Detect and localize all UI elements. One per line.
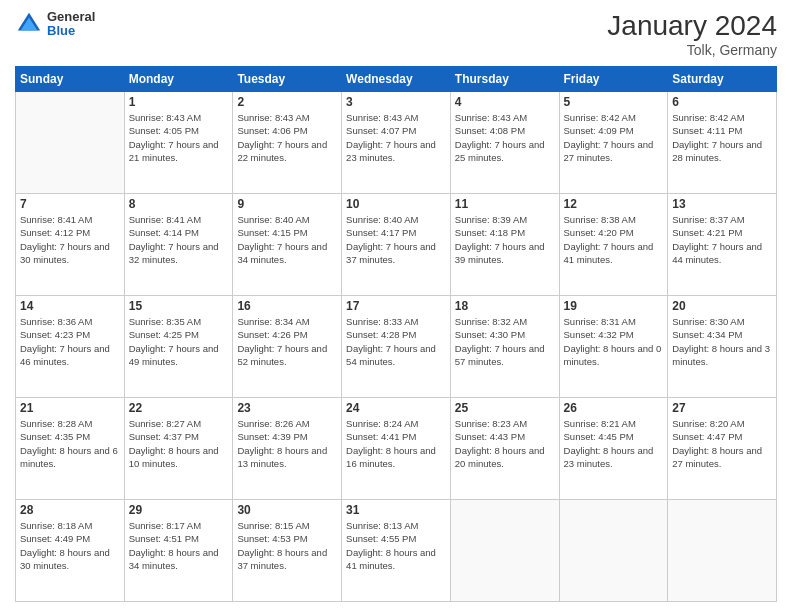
sunset-text: Sunset: 4:20 PM: [564, 227, 634, 238]
day-cell: 23Sunrise: 8:26 AMSunset: 4:39 PMDayligh…: [233, 398, 342, 500]
day-cell: 18Sunrise: 8:32 AMSunset: 4:30 PMDayligh…: [450, 296, 559, 398]
day-info: Sunrise: 8:36 AMSunset: 4:23 PMDaylight:…: [20, 315, 120, 368]
day-cell: 3Sunrise: 8:43 AMSunset: 4:07 PMDaylight…: [342, 92, 451, 194]
day-number: 6: [672, 95, 772, 109]
weekday-header-row: SundayMondayTuesdayWednesdayThursdayFrid…: [16, 67, 777, 92]
sunrise-text: Sunrise: 8:42 AM: [564, 112, 636, 123]
day-cell: 31Sunrise: 8:13 AMSunset: 4:55 PMDayligh…: [342, 500, 451, 602]
sunrise-text: Sunrise: 8:13 AM: [346, 520, 418, 531]
sunrise-text: Sunrise: 8:41 AM: [20, 214, 92, 225]
day-number: 1: [129, 95, 229, 109]
daylight-text: Daylight: 8 hours and 6 minutes.: [20, 445, 118, 469]
title-block: January 2024 Tolk, Germany: [607, 10, 777, 58]
day-info: Sunrise: 8:43 AMSunset: 4:08 PMDaylight:…: [455, 111, 555, 164]
weekday-header-saturday: Saturday: [668, 67, 777, 92]
daylight-text: Daylight: 7 hours and 54 minutes.: [346, 343, 436, 367]
weekday-header-tuesday: Tuesday: [233, 67, 342, 92]
sunrise-text: Sunrise: 8:26 AM: [237, 418, 309, 429]
sunset-text: Sunset: 4:05 PM: [129, 125, 199, 136]
sunrise-text: Sunrise: 8:30 AM: [672, 316, 744, 327]
sunset-text: Sunset: 4:47 PM: [672, 431, 742, 442]
sunrise-text: Sunrise: 8:32 AM: [455, 316, 527, 327]
daylight-text: Daylight: 7 hours and 30 minutes.: [20, 241, 110, 265]
daylight-text: Daylight: 8 hours and 41 minutes.: [346, 547, 436, 571]
week-row-3: 14Sunrise: 8:36 AMSunset: 4:23 PMDayligh…: [16, 296, 777, 398]
day-info: Sunrise: 8:31 AMSunset: 4:32 PMDaylight:…: [564, 315, 664, 368]
day-cell: 11Sunrise: 8:39 AMSunset: 4:18 PMDayligh…: [450, 194, 559, 296]
calendar-title: January 2024: [607, 10, 777, 42]
day-info: Sunrise: 8:24 AMSunset: 4:41 PMDaylight:…: [346, 417, 446, 470]
day-cell: 19Sunrise: 8:31 AMSunset: 4:32 PMDayligh…: [559, 296, 668, 398]
daylight-text: Daylight: 8 hours and 3 minutes.: [672, 343, 770, 367]
daylight-text: Daylight: 7 hours and 37 minutes.: [346, 241, 436, 265]
daylight-text: Daylight: 8 hours and 27 minutes.: [672, 445, 762, 469]
day-info: Sunrise: 8:41 AMSunset: 4:12 PMDaylight:…: [20, 213, 120, 266]
sunset-text: Sunset: 4:12 PM: [20, 227, 90, 238]
sunrise-text: Sunrise: 8:40 AM: [237, 214, 309, 225]
daylight-text: Daylight: 8 hours and 37 minutes.: [237, 547, 327, 571]
day-cell: 29Sunrise: 8:17 AMSunset: 4:51 PMDayligh…: [124, 500, 233, 602]
daylight-text: Daylight: 7 hours and 46 minutes.: [20, 343, 110, 367]
sunrise-text: Sunrise: 8:34 AM: [237, 316, 309, 327]
sunrise-text: Sunrise: 8:40 AM: [346, 214, 418, 225]
daylight-text: Daylight: 7 hours and 32 minutes.: [129, 241, 219, 265]
day-number: 18: [455, 299, 555, 313]
logo: General Blue: [15, 10, 95, 39]
sunset-text: Sunset: 4:51 PM: [129, 533, 199, 544]
day-number: 29: [129, 503, 229, 517]
sunset-text: Sunset: 4:34 PM: [672, 329, 742, 340]
day-info: Sunrise: 8:27 AMSunset: 4:37 PMDaylight:…: [129, 417, 229, 470]
day-number: 5: [564, 95, 664, 109]
sunset-text: Sunset: 4:18 PM: [455, 227, 525, 238]
sunrise-text: Sunrise: 8:38 AM: [564, 214, 636, 225]
day-cell: 13Sunrise: 8:37 AMSunset: 4:21 PMDayligh…: [668, 194, 777, 296]
day-number: 16: [237, 299, 337, 313]
day-cell: 30Sunrise: 8:15 AMSunset: 4:53 PMDayligh…: [233, 500, 342, 602]
day-cell: [559, 500, 668, 602]
header: General Blue January 2024 Tolk, Germany: [15, 10, 777, 58]
day-info: Sunrise: 8:30 AMSunset: 4:34 PMDaylight:…: [672, 315, 772, 368]
sunrise-text: Sunrise: 8:28 AM: [20, 418, 92, 429]
daylight-text: Daylight: 8 hours and 0 minutes.: [564, 343, 662, 367]
day-info: Sunrise: 8:38 AMSunset: 4:20 PMDaylight:…: [564, 213, 664, 266]
day-number: 13: [672, 197, 772, 211]
day-number: 12: [564, 197, 664, 211]
day-info: Sunrise: 8:43 AMSunset: 4:07 PMDaylight:…: [346, 111, 446, 164]
day-number: 3: [346, 95, 446, 109]
sunset-text: Sunset: 4:35 PM: [20, 431, 90, 442]
daylight-text: Daylight: 8 hours and 34 minutes.: [129, 547, 219, 571]
day-number: 23: [237, 401, 337, 415]
sunrise-text: Sunrise: 8:21 AM: [564, 418, 636, 429]
day-cell: 14Sunrise: 8:36 AMSunset: 4:23 PMDayligh…: [16, 296, 125, 398]
day-cell: 9Sunrise: 8:40 AMSunset: 4:15 PMDaylight…: [233, 194, 342, 296]
day-number: 24: [346, 401, 446, 415]
sunrise-text: Sunrise: 8:37 AM: [672, 214, 744, 225]
sunset-text: Sunset: 4:11 PM: [672, 125, 742, 136]
day-cell: 28Sunrise: 8:18 AMSunset: 4:49 PMDayligh…: [16, 500, 125, 602]
day-cell: 10Sunrise: 8:40 AMSunset: 4:17 PMDayligh…: [342, 194, 451, 296]
day-number: 11: [455, 197, 555, 211]
day-cell: 5Sunrise: 8:42 AMSunset: 4:09 PMDaylight…: [559, 92, 668, 194]
day-number: 26: [564, 401, 664, 415]
calendar-table: SundayMondayTuesdayWednesdayThursdayFrid…: [15, 66, 777, 602]
day-cell: [668, 500, 777, 602]
day-info: Sunrise: 8:40 AMSunset: 4:15 PMDaylight:…: [237, 213, 337, 266]
sunset-text: Sunset: 4:37 PM: [129, 431, 199, 442]
day-info: Sunrise: 8:32 AMSunset: 4:30 PMDaylight:…: [455, 315, 555, 368]
week-row-4: 21Sunrise: 8:28 AMSunset: 4:35 PMDayligh…: [16, 398, 777, 500]
day-cell: [16, 92, 125, 194]
sunrise-text: Sunrise: 8:27 AM: [129, 418, 201, 429]
sunset-text: Sunset: 4:07 PM: [346, 125, 416, 136]
day-cell: 4Sunrise: 8:43 AMSunset: 4:08 PMDaylight…: [450, 92, 559, 194]
daylight-text: Daylight: 7 hours and 22 minutes.: [237, 139, 327, 163]
sunrise-text: Sunrise: 8:39 AM: [455, 214, 527, 225]
sunset-text: Sunset: 4:08 PM: [455, 125, 525, 136]
sunrise-text: Sunrise: 8:23 AM: [455, 418, 527, 429]
weekday-header-thursday: Thursday: [450, 67, 559, 92]
daylight-text: Daylight: 7 hours and 52 minutes.: [237, 343, 327, 367]
day-cell: 15Sunrise: 8:35 AMSunset: 4:25 PMDayligh…: [124, 296, 233, 398]
sunset-text: Sunset: 4:21 PM: [672, 227, 742, 238]
day-info: Sunrise: 8:42 AMSunset: 4:11 PMDaylight:…: [672, 111, 772, 164]
sunrise-text: Sunrise: 8:35 AM: [129, 316, 201, 327]
day-number: 25: [455, 401, 555, 415]
